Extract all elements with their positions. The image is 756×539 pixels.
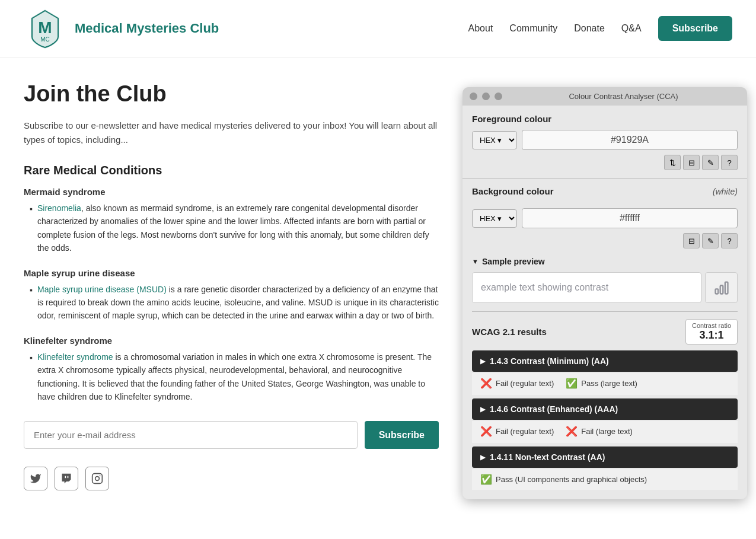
logo-icon: M MC xyxy=(24,7,66,50)
wcag-section: WCAG 2.1 results Contrast ratio 3.1:1 1.… xyxy=(472,311,738,490)
section-title: Rare Medical Conditions xyxy=(24,164,439,177)
twitter-icon[interactable] xyxy=(24,467,47,490)
link-sirenomelia[interactable]: Sirenomelia xyxy=(37,203,81,213)
cca-window: Colour Contrast Analyser (CCA) Foregroun… xyxy=(462,87,747,499)
nav-donate[interactable]: Donate xyxy=(574,23,605,34)
titlebar-close[interactable] xyxy=(470,93,477,100)
foreground-eyedropper-button[interactable]: ✎ xyxy=(702,155,719,170)
site-title: Medical Mysteries Club xyxy=(75,21,219,36)
chart-view-button[interactable] xyxy=(705,272,738,303)
wcag-result-aaa: ❌ Fail (regular text) ❌ Fail (large text… xyxy=(472,421,738,443)
wcag-title: WCAG 2.1 results xyxy=(472,327,547,337)
list-item: Klinefelter syndrome is a chromosomal va… xyxy=(30,350,439,404)
intro-text: Subscribe to our e-newsletter and have m… xyxy=(24,119,439,147)
svg-text:M: M xyxy=(38,18,52,37)
link-klinefelter[interactable]: Klinefelter syndrome xyxy=(37,352,113,362)
condition-msud: Maple syrup urine disease Maple syrup ur… xyxy=(24,268,439,323)
email-section: Subscribe xyxy=(24,421,439,449)
cca-body: Foreground colour HEX ▾ ⇅ ⊟ ✎ ? Backgrou xyxy=(462,106,747,499)
page-title: Join the Club xyxy=(24,81,439,107)
email-input[interactable] xyxy=(24,421,358,449)
foreground-help-button[interactable]: ? xyxy=(721,155,738,170)
right-column: Colour Contrast Analyser (CCA) Foregroun… xyxy=(462,81,747,499)
main-nav: About Community Donate Q&A Subscribe xyxy=(468,16,732,41)
twitch-icon[interactable] xyxy=(55,467,78,490)
contrast-ratio-value: 3.1:1 xyxy=(692,329,731,342)
sample-preview-box: example text showing contrast xyxy=(472,272,738,303)
foreground-format-select[interactable]: HEX ▾ xyxy=(472,131,517,149)
list-item: Maple syrup urine disease (MSUD) is a ra… xyxy=(30,283,439,323)
condition-name-msud: Maple syrup urine disease xyxy=(24,268,439,278)
wcag-nontext-pass: ✅ Pass (UI components and graphical obje… xyxy=(480,474,729,485)
contrast-ratio-label: Contrast ratio xyxy=(692,322,731,329)
foreground-hex-input[interactable] xyxy=(522,130,738,150)
svg-rect-2 xyxy=(92,474,103,484)
cca-title: Colour Contrast Analyser (CCA) xyxy=(507,92,740,101)
background-sliders-button[interactable]: ⊟ xyxy=(683,233,700,248)
divider xyxy=(462,178,747,179)
wcag-aa-fail-regular: ❌ Fail (regular text) xyxy=(480,378,554,389)
nav-community[interactable]: Community xyxy=(509,23,557,34)
condition-name-klinefelter: Klinefelter syndrome xyxy=(24,336,439,346)
svg-point-4 xyxy=(100,476,101,477)
foreground-tools: ⇅ ⊟ ✎ ? xyxy=(472,155,738,170)
condition-mermaid: Mermaid syndrome Sirenomelia, also known… xyxy=(24,187,439,255)
background-format-select[interactable]: HEX ▾ xyxy=(472,209,517,228)
list-item: Sirenomelia, also known as mermaid syndr… xyxy=(30,202,439,255)
wcag-result-aa: ❌ Fail (regular text) ✅ Pass (large text… xyxy=(472,373,738,395)
background-white-label: (white) xyxy=(713,187,738,196)
background-input-row: HEX ▾ xyxy=(472,208,738,228)
wcag-row-nontext[interactable]: 1.4.11 Non-text Contrast (AA) xyxy=(472,446,738,468)
wcag-row-aa[interactable]: 1.4.3 Contrast (Minimum) (AA) xyxy=(472,350,738,372)
logo-area: M MC Medical Mysteries Club xyxy=(24,7,219,50)
pass-icon-aa-large: ✅ xyxy=(566,378,578,389)
foreground-sliders-button[interactable]: ⊟ xyxy=(683,155,700,170)
fail-icon-aaa-regular: ❌ xyxy=(480,426,492,437)
pass-icon-nontext: ✅ xyxy=(480,474,492,485)
social-icons xyxy=(24,467,439,490)
wcag-row-aaa[interactable]: 1.4.6 Contrast (Enhanced) (AAA) xyxy=(472,398,738,420)
header-subscribe-button[interactable]: Subscribe xyxy=(658,16,732,41)
instagram-icon[interactable] xyxy=(85,467,109,490)
swap-colors-button[interactable]: ⇅ xyxy=(664,155,681,170)
email-subscribe-button[interactable]: Subscribe xyxy=(365,421,439,449)
background-label: Background colour xyxy=(472,186,554,196)
background-help-button[interactable]: ? xyxy=(721,233,738,248)
condition-klinefelter: Klinefelter syndrome Klinefelter syndrom… xyxy=(24,336,439,404)
fail-icon-aa-regular: ❌ xyxy=(480,378,492,389)
svg-rect-5 xyxy=(715,289,718,294)
sample-preview-section: Sample preview example text showing cont… xyxy=(472,257,738,303)
sample-preview-header: Sample preview xyxy=(472,257,738,266)
svg-rect-6 xyxy=(720,286,723,294)
wcag-header-row: WCAG 2.1 results Contrast ratio 3.1:1 xyxy=(472,319,738,345)
titlebar-minimize[interactable] xyxy=(482,93,490,100)
link-msud[interactable]: Maple syrup urine disease (MSUD) xyxy=(37,285,167,294)
condition-name-mermaid: Mermaid syndrome xyxy=(24,187,439,197)
left-column: Join the Club Subscribe to our e-newslet… xyxy=(24,81,439,499)
contrast-ratio-box: Contrast ratio 3.1:1 xyxy=(685,319,738,345)
foreground-label: Foreground colour xyxy=(472,114,738,124)
background-hex-input[interactable] xyxy=(522,208,738,228)
nav-about[interactable]: About xyxy=(468,23,493,34)
svg-point-3 xyxy=(95,477,100,481)
nav-qa[interactable]: Q&A xyxy=(621,23,642,34)
foreground-input-row: HEX ▾ xyxy=(472,130,738,150)
cca-titlebar: Colour Contrast Analyser (CCA) xyxy=(462,87,747,106)
sample-text: example text showing contrast xyxy=(472,272,701,303)
background-label-row: Background colour (white) xyxy=(472,186,738,202)
wcag-result-nontext: ✅ Pass (UI components and graphical obje… xyxy=(472,469,738,490)
condition-desc-mermaid: , also known as mermaid syndrome, is an … xyxy=(37,203,429,253)
svg-text:MC: MC xyxy=(40,36,50,43)
background-tools: ⊟ ✎ ? xyxy=(472,233,738,248)
wcag-aa-pass-large: ✅ Pass (large text) xyxy=(566,378,637,389)
wcag-aaa-fail-large: ❌ Fail (large text) xyxy=(566,426,633,437)
fail-icon-aaa-large: ❌ xyxy=(566,426,578,437)
titlebar-maximize[interactable] xyxy=(495,93,502,100)
wcag-aaa-fail-regular: ❌ Fail (regular text) xyxy=(480,426,554,437)
background-eyedropper-button[interactable]: ✎ xyxy=(702,233,719,248)
svg-rect-7 xyxy=(725,282,728,294)
